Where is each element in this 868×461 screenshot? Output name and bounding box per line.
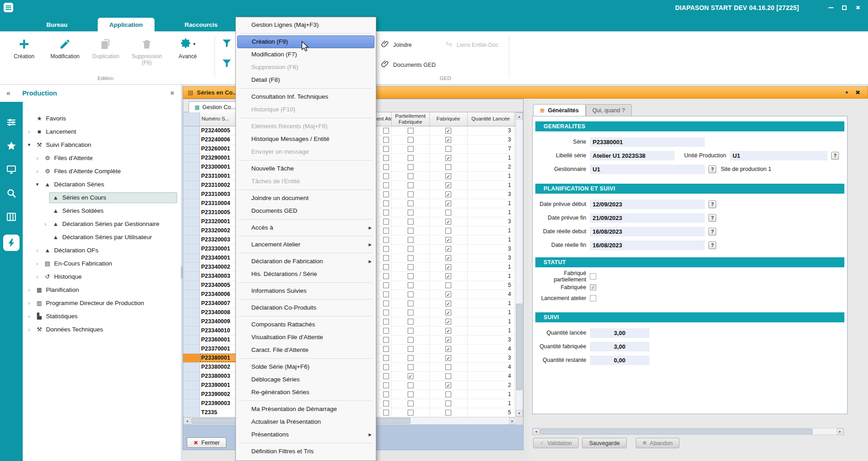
row-header[interactable] bbox=[183, 408, 200, 417]
partiellement-checkbox[interactable] bbox=[408, 382, 414, 388]
menu-item[interactable]: Documents GED bbox=[236, 205, 376, 217]
fabriquee-checkbox[interactable] bbox=[445, 401, 451, 406]
tree-collapse-icon[interactable]: ▾ bbox=[34, 181, 41, 187]
menu-item[interactable]: Joindre un document bbox=[236, 192, 376, 205]
date-reelle-fin-field[interactable]: 16/08/2023 bbox=[590, 241, 705, 250]
fabriquee-checkbox[interactable] bbox=[445, 373, 451, 379]
partiellement-checkbox[interactable] bbox=[408, 310, 414, 316]
tab-raccourcis[interactable]: Raccourcis bbox=[173, 18, 229, 31]
fabriquee-checkbox[interactable] bbox=[445, 228, 451, 234]
row-header[interactable] bbox=[183, 190, 200, 199]
atelier-checkbox[interactable] bbox=[383, 137, 389, 143]
fabriquee-checkbox[interactable]: ✓ bbox=[445, 246, 451, 252]
liens-entite-doc-button[interactable]: Liens Entité-Doc bbox=[444, 40, 499, 50]
menu-item[interactable]: Historique (F10) bbox=[236, 103, 376, 116]
tree-expand-icon[interactable]: › bbox=[34, 168, 41, 175]
caret-down-icon[interactable]: ▾ bbox=[193, 41, 195, 47]
help-button[interactable]: ? bbox=[708, 214, 716, 222]
fabriquee-checkbox[interactable] bbox=[445, 391, 451, 397]
fabriquee-checkbox[interactable]: ✓ bbox=[445, 301, 451, 306]
tree-expand-icon[interactable]: › bbox=[25, 286, 33, 293]
partiellement-checkbox[interactable] bbox=[408, 146, 414, 152]
fabriquee-checkbox[interactable] bbox=[445, 410, 451, 416]
search-icon[interactable] bbox=[5, 187, 17, 199]
atelier-checkbox[interactable] bbox=[383, 391, 389, 397]
fabriquee-checkbox[interactable]: ✓ bbox=[445, 182, 451, 188]
partiellement-checkbox[interactable]: ✓ bbox=[408, 373, 414, 379]
date-prevue-fin-field[interactable]: 21/09/2023 bbox=[590, 213, 705, 223]
partiellement-checkbox[interactable] bbox=[408, 301, 414, 306]
fabriquee-checkbox[interactable]: ✓ bbox=[445, 255, 451, 261]
libelle-field[interactable]: Atelier U1 2023S38 bbox=[590, 151, 674, 160]
row-header[interactable] bbox=[183, 308, 200, 317]
partiellement-checkbox[interactable] bbox=[408, 291, 414, 297]
row-header[interactable] bbox=[183, 199, 200, 208]
partiellement-checkbox[interactable] bbox=[408, 237, 414, 243]
fabriquee-checkbox[interactable]: ✓ bbox=[445, 382, 451, 388]
filter-advanced-button[interactable] bbox=[220, 57, 234, 70]
row-header[interactable] bbox=[183, 290, 200, 299]
corner-cell[interactable] bbox=[183, 112, 200, 126]
tab-gestion[interactable]: ▦ Gestion Co... bbox=[189, 101, 241, 112]
fabriquee-checkbox[interactable]: ✓ bbox=[445, 328, 451, 334]
row-header[interactable] bbox=[183, 317, 200, 326]
row-header[interactable] bbox=[183, 353, 200, 362]
partiellement-checkbox[interactable] bbox=[408, 391, 414, 397]
atelier-checkbox[interactable] bbox=[383, 346, 389, 352]
joindre-button[interactable]: Joindre bbox=[381, 40, 412, 50]
tree-item[interactable]: ▲Déclaration Séries par Utilisateur bbox=[23, 230, 181, 244]
atelier-checkbox[interactable] bbox=[383, 246, 389, 252]
row-header[interactable] bbox=[183, 271, 200, 281]
fabriquee-checkbox[interactable]: ✓ bbox=[445, 191, 451, 197]
tree-item[interactable]: ›■Lancement bbox=[23, 125, 181, 138]
atelier-checkbox[interactable] bbox=[383, 410, 389, 416]
avance-button[interactable]: ▾ Avancé bbox=[167, 34, 208, 66]
tab-qui-quand[interactable]: Qui, quand ? bbox=[586, 104, 632, 116]
fabriquee-checkbox[interactable] bbox=[445, 210, 451, 215]
tree-item[interactable]: ›▦Planification bbox=[23, 283, 181, 296]
fabriquee-checkbox[interactable]: ✓ bbox=[445, 337, 451, 343]
partiellement-checkbox[interactable] bbox=[408, 210, 414, 215]
row-header[interactable] bbox=[183, 326, 200, 335]
atelier-checkbox[interactable] bbox=[383, 310, 389, 316]
col-quantite[interactable]: Quantité Lancée bbox=[467, 112, 514, 126]
fabriquee-checkbox[interactable]: ✓ bbox=[445, 291, 451, 297]
detail-scrollbar[interactable]: ◂ ▸ bbox=[532, 428, 844, 435]
atelier-checkbox[interactable] bbox=[383, 164, 389, 170]
row-header[interactable] bbox=[183, 144, 200, 153]
atelier-checkbox[interactable] bbox=[383, 182, 389, 188]
date-prevue-debut-field[interactable]: 12/09/2023 bbox=[590, 200, 705, 209]
help-button[interactable]: ? bbox=[708, 200, 716, 208]
validation-button[interactable]: ✓ Validation bbox=[533, 438, 579, 448]
fabriquee-checkbox[interactable]: ✓ bbox=[590, 284, 596, 291]
tree-expand-icon[interactable]: › bbox=[25, 300, 33, 306]
tree-expand-icon[interactable]: › bbox=[34, 247, 41, 254]
partiellement-checkbox[interactable] bbox=[408, 228, 414, 234]
tree-item[interactable]: ▲Séries en Cours bbox=[23, 191, 181, 204]
quantite-restante-field[interactable]: 0,00 bbox=[590, 356, 649, 365]
help-button[interactable]: ? bbox=[708, 241, 716, 249]
maximize-button[interactable] bbox=[838, 3, 851, 13]
partiellement-checkbox[interactable] bbox=[408, 264, 414, 270]
tree-item[interactable]: ▾▲Déclaration Séries bbox=[23, 178, 181, 191]
scroll-left-icon[interactable]: ◂ bbox=[533, 428, 539, 435]
row-header[interactable] bbox=[183, 253, 200, 262]
fabriquee-checkbox[interactable]: ✓ bbox=[445, 173, 451, 179]
filter-button[interactable] bbox=[220, 37, 234, 50]
partiellement-checkbox[interactable] bbox=[408, 191, 414, 197]
atelier-checkbox[interactable] bbox=[383, 328, 389, 334]
atelier-checkbox[interactable] bbox=[383, 191, 389, 197]
menu-item[interactable]: Déclaration Co-Produits bbox=[236, 301, 376, 314]
fabriquee-checkbox[interactable] bbox=[445, 164, 451, 170]
atelier-checkbox[interactable] bbox=[383, 128, 389, 134]
menu-item[interactable]: Lancement Atelier▶ bbox=[236, 238, 376, 251]
col-fabriquee[interactable]: Fabriquée bbox=[429, 112, 467, 126]
tree-item[interactable]: ›▙Statistiques bbox=[23, 310, 181, 323]
fabrique-partiellement-checkbox[interactable] bbox=[590, 273, 596, 280]
menu-item[interactable]: Re-génération Séries bbox=[236, 386, 376, 399]
atelier-checkbox[interactable] bbox=[383, 219, 389, 225]
quantite-lancee-field[interactable]: 3,00 bbox=[590, 328, 649, 338]
atelier-checkbox[interactable] bbox=[383, 155, 389, 161]
atelier-checkbox[interactable] bbox=[383, 291, 389, 297]
partiellement-checkbox[interactable] bbox=[408, 173, 414, 179]
